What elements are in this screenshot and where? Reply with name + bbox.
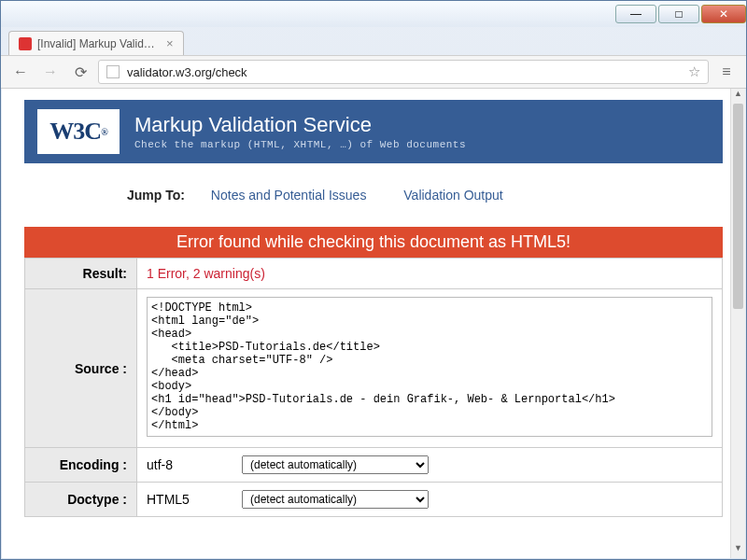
doctype-value: HTML5 — [147, 492, 231, 507]
scroll-thumb[interactable] — [733, 104, 743, 309]
jump-link-output[interactable]: Validation Output — [403, 188, 502, 203]
jump-link-notes[interactable]: Notes and Potential Issues — [211, 188, 367, 203]
encoding-value: utf-8 — [147, 457, 231, 472]
source-textarea[interactable] — [147, 297, 712, 437]
doctype-label: Doctype : — [25, 483, 137, 517]
favicon-icon — [19, 37, 32, 50]
menu-button[interactable]: ≡ — [714, 63, 739, 80]
scroll-up-icon[interactable]: ▲ — [731, 89, 745, 104]
table-row: Result: 1 Error, 2 warning(s) — [25, 259, 723, 289]
minimize-button[interactable]: — — [615, 5, 656, 23]
address-bar[interactable]: validator.w3.org/check ☆ — [98, 60, 709, 84]
vertical-scrollbar[interactable]: ▲ ▼ — [730, 89, 745, 558]
source-label: Source : — [25, 289, 137, 448]
page-header: W3C® Markup Validation Service Check the… — [24, 100, 723, 163]
tab-title: [Invalid] Markup Validatio — [37, 37, 159, 50]
page-icon — [106, 65, 120, 78]
encoding-select[interactable]: (detect automatically) — [242, 455, 429, 474]
jump-label: Jump To: — [127, 188, 185, 203]
results-table: Result: 1 Error, 2 warning(s) Source : E… — [24, 258, 723, 517]
w3c-logo: W3C® — [37, 109, 120, 154]
result-value: 1 Error, 2 warning(s) — [147, 266, 265, 281]
bookmark-star-icon[interactable]: ☆ — [688, 63, 700, 80]
forward-button[interactable]: → — [38, 60, 63, 84]
page-title: Markup Validation Service — [134, 113, 466, 137]
table-row: Source : — [25, 289, 723, 448]
result-label: Result: — [25, 259, 137, 289]
browser-toolbar: ← → ⟳ validator.w3.org/check ☆ ≡ — [1, 55, 746, 89]
browser-tab[interactable]: [Invalid] Markup Validatio × — [8, 31, 184, 55]
back-button[interactable]: ← — [8, 60, 33, 84]
scroll-down-icon[interactable]: ▼ — [731, 543, 745, 558]
table-row: Doctype : HTML5 (detect automatically) — [25, 483, 723, 517]
tab-strip: [Invalid] Markup Validatio × — [1, 27, 746, 55]
reload-button[interactable]: ⟳ — [68, 60, 92, 84]
tab-close-icon[interactable]: × — [166, 36, 174, 50]
page-tagline: Check the markup (HTML, XHTML, …) of Web… — [134, 139, 466, 150]
url-text: validator.w3.org/check — [127, 65, 247, 79]
error-banner: Error found while checking this document… — [24, 227, 723, 258]
window-titlebar: — □ ✕ — [1, 1, 746, 27]
maximize-button[interactable]: □ — [658, 5, 699, 23]
close-button[interactable]: ✕ — [701, 5, 746, 23]
browser-window: — □ ✕ [Invalid] Markup Validatio × ← → ⟳… — [0, 0, 747, 560]
encoding-label: Encoding : — [25, 448, 137, 483]
doctype-select[interactable]: (detect automatically) — [242, 490, 429, 509]
table-row: Encoding : utf-8 (detect automatically) — [25, 448, 723, 483]
jump-to-nav: Jump To: Notes and Potential Issues Vali… — [24, 188, 723, 203]
page-viewport: W3C® Markup Validation Service Check the… — [2, 89, 745, 558]
